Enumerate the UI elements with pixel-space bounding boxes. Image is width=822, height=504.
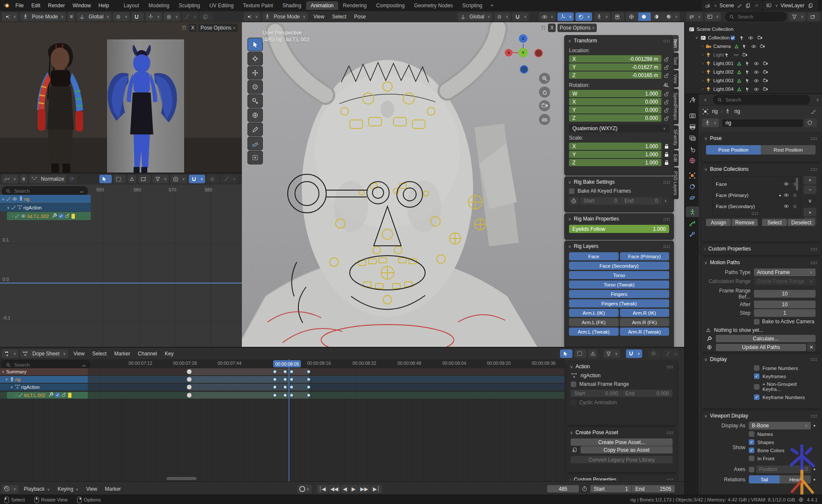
new-viewlayer-icon[interactable] [807, 3, 813, 9]
eye-icon[interactable] [12, 197, 18, 202]
panel-grip[interactable] [810, 358, 817, 361]
keyframe[interactable] [307, 393, 311, 397]
rig-layer-arm-r-fk[interactable]: Arm.R (FK) [620, 318, 670, 326]
shading-wireframe[interactable] [626, 12, 638, 21]
jump-to-end-button[interactable]: ▶⏐ [371, 485, 382, 493]
timeline-menu-view[interactable]: View [82, 486, 101, 492]
disable-render-icon[interactable] [759, 43, 766, 49]
new-scene-icon[interactable] [745, 3, 751, 9]
show-errors-toggle[interactable]: ⚠ [588, 349, 597, 358]
eye-icon[interactable] [21, 214, 26, 219]
pose-options-dropdown[interactable]: Pose Options∨ [557, 24, 597, 32]
keyframe[interactable] [283, 378, 287, 382]
horizontal-scrollbar[interactable] [167, 477, 197, 480]
zoom-button[interactable] [539, 73, 550, 84]
scale-z-field[interactable]: Z1.000 [569, 159, 661, 166]
properties-search[interactable] [713, 95, 810, 104]
in-front-checkbox[interactable] [749, 456, 754, 461]
action-panel-header[interactable]: ∨Action [566, 361, 677, 372]
rotation-z-field[interactable]: Z0.000 [569, 114, 661, 122]
lock-open-icon[interactable] [664, 65, 669, 71]
play-button[interactable]: ▶ [349, 485, 357, 493]
properties-tab-scene[interactable] [686, 144, 699, 155]
current-frame-field[interactable]: 485 [547, 485, 579, 492]
display-as-dropdown[interactable]: B-Bone∨ [749, 422, 811, 429]
expand-caret[interactable]: › [702, 70, 703, 74]
menu-file[interactable]: File [12, 3, 27, 9]
location-x-field[interactable]: X-0.001298 m [569, 55, 661, 63]
falloff-popover[interactable]: ∨ [662, 349, 679, 358]
falloff-selector[interactable]: ∨ [182, 12, 199, 21]
selectable-icon[interactable] [744, 86, 751, 92]
gizmo-x-axis[interactable]: X [505, 49, 512, 57]
new-collection-button[interactable] [807, 12, 820, 21]
keyframes-checkbox[interactable]: ✓ [754, 373, 759, 379]
scale-x-field[interactable]: X1.000 [569, 143, 661, 150]
properties-tab-bone-constraint[interactable] [686, 229, 699, 239]
keyframe[interactable] [307, 385, 311, 389]
selectable-icon[interactable] [744, 78, 751, 84]
play-reverse-button[interactable]: ◀ [341, 485, 349, 493]
breadcrumb-data[interactable]: rig [734, 108, 740, 114]
lock-open-icon[interactable] [664, 116, 669, 122]
panel-grip[interactable] [667, 431, 673, 434]
lock-open-icon[interactable] [62, 392, 66, 398]
orientation-selector[interactable]: Global∨ [458, 12, 492, 21]
pivot-selector[interactable]: ∨ [113, 12, 130, 21]
mode-selector[interactable]: Pose Mode∨ [262, 12, 308, 21]
snap-settings[interactable]: ∨ [512, 12, 529, 21]
filter-popover[interactable]: ∨ [603, 349, 620, 358]
graph-search-input[interactable] [13, 188, 79, 194]
display-panel-header[interactable]: ∨Display [701, 354, 821, 364]
hide-eye-icon[interactable] [753, 69, 759, 75]
sidebar-tab-sfamily[interactable]: SFamily [673, 125, 679, 149]
sidebar-tab-speedretopo[interactable]: SpeedRetopo [673, 89, 679, 124]
pin-icon[interactable] [15, 214, 19, 219]
bake-all-keyed-checkbox[interactable] [569, 188, 575, 194]
select-tool[interactable] [99, 175, 112, 183]
rig-layer-fingers-tweak[interactable]: Fingers (Tweak) [569, 299, 669, 307]
panel-grip[interactable] [810, 168, 817, 171]
assign-button[interactable]: Assign [706, 219, 731, 226]
gizmo-z-neg-axis[interactable] [520, 65, 528, 74]
viewlayer-selector[interactable]: ∨ ViewLayer [763, 1, 818, 10]
workspace-tab-animation[interactable]: Animation [306, 1, 338, 10]
calculate-button[interactable]: Calculate... [716, 335, 816, 342]
visibility-popover[interactable]: ∨ [539, 12, 556, 21]
hamburger-menu[interactable]: ≡ [68, 12, 75, 21]
breadcrumb-object[interactable]: rig [712, 108, 718, 114]
list-resize-grip[interactable] [751, 212, 758, 215]
menu-edit[interactable]: Edit [27, 3, 44, 9]
keyframe-selected[interactable] [187, 392, 192, 398]
expand-caret[interactable]: › [702, 53, 703, 57]
cyclic-animation-checkbox[interactable] [571, 400, 576, 406]
dope-channel-rigaction[interactable]: ∨rigAction [0, 384, 88, 391]
frame-end-field[interactable]: End2505 [632, 485, 675, 492]
properties-tab-bone[interactable] [686, 218, 699, 228]
properties-tab-physics[interactable] [686, 192, 699, 203]
expand-caret[interactable]: ∨ [695, 36, 698, 40]
scale-tool[interactable] [247, 94, 263, 108]
auto-normalize-refresh[interactable]: ⟳ [68, 175, 77, 183]
box-select-tool[interactable] [574, 349, 587, 358]
properties-options-dropdown[interactable]: ∨ [813, 95, 821, 104]
properties-tab-object-data[interactable] [686, 206, 699, 217]
lock-open-icon[interactable] [664, 91, 669, 97]
bone-collection-face-primary[interactable]: Face (Primary)●☆ [712, 190, 801, 200]
rig-main-header[interactable]: ∨Rig Main Properties [565, 214, 673, 224]
viewport-menu-pose[interactable]: Pose [350, 14, 369, 20]
manual-frame-range-checkbox[interactable] [571, 382, 576, 387]
rotation-lock-badge[interactable]: 4L [664, 82, 669, 88]
outliner-row-camera[interactable]: ›Camera [685, 42, 822, 51]
graph-channel-rigaction[interactable]: ∨rigAction [0, 203, 91, 212]
disable-render-icon[interactable] [756, 35, 763, 41]
workspace-tab-geometry-nodes[interactable]: Geometry Nodes [409, 1, 458, 10]
scale-y-field[interactable]: Y1.000 [569, 151, 661, 158]
rig-layer-torso[interactable]: Torso [569, 271, 669, 279]
outliner-row-collection[interactable]: ∨Collection [685, 33, 822, 42]
visibility-eye-icon[interactable] [783, 203, 789, 209]
selectable-icon[interactable] [724, 52, 730, 58]
show-errors-toggle[interactable]: ⚠ [128, 175, 137, 183]
pin-icon[interactable] [6, 197, 11, 202]
remove-bone-collection-button[interactable]: − [804, 185, 816, 194]
